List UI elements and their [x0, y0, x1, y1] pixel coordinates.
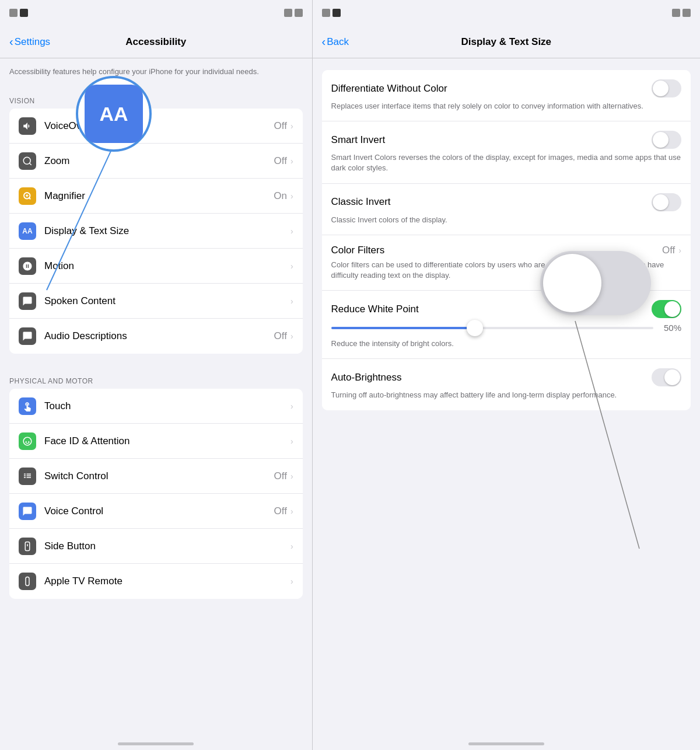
- spoken-content-icon: [19, 292, 36, 310]
- zoom-icon: [19, 152, 36, 170]
- classic-invert-toggle-thumb: [653, 194, 668, 210]
- magnifier-item[interactable]: Magnifier On ›: [9, 179, 303, 214]
- physical-motor-list-group: Touch › Face ID & Attention › Switch Con…: [9, 389, 303, 599]
- motion-label: Motion: [44, 260, 290, 272]
- audio-descriptions-chevron-icon: ›: [290, 332, 293, 341]
- color-filters-label: Color Filters: [331, 245, 385, 256]
- switch-control-item[interactable]: Switch Control Off ›: [9, 459, 303, 494]
- right-status-bar: [313, 0, 700, 26]
- side-button-item[interactable]: Side Button ›: [9, 529, 303, 564]
- touch-chevron-icon: ›: [290, 402, 293, 411]
- left-content: Accessibility features help configure yo…: [0, 58, 312, 599]
- aa-inner-box: AA: [85, 85, 143, 143]
- status-sq1: [9, 9, 18, 17]
- voice-control-item[interactable]: Voice Control Off ›: [9, 494, 303, 529]
- apple-tv-remote-item[interactable]: Apple TV Remote ›: [9, 564, 303, 599]
- right-status-sq4: [682, 9, 691, 17]
- toggle-zoom-overlay: [540, 251, 651, 315]
- magnifier-icon: [19, 187, 36, 205]
- right-back-button[interactable]: ‹ Back: [322, 35, 349, 48]
- face-id-icon: [19, 432, 36, 450]
- touch-item[interactable]: Touch ›: [9, 389, 303, 424]
- side-button-label: Side Button: [44, 540, 290, 552]
- magnifier-label: Magnifier: [44, 190, 274, 202]
- audio-descriptions-value: Off: [274, 330, 287, 342]
- audio-descriptions-item[interactable]: Audio Descriptions Off ›: [9, 319, 303, 354]
- voiceover-icon: [19, 117, 36, 135]
- smart-invert-row: Smart Invert: [331, 131, 681, 149]
- spoken-content-chevron-icon: ›: [290, 296, 293, 306]
- right-status-right: [672, 9, 691, 17]
- display-text-size-chevron-icon: ›: [290, 226, 293, 236]
- auto-brightness-toggle[interactable]: [652, 368, 681, 386]
- right-back-label[interactable]: Back: [327, 36, 349, 48]
- voice-control-label: Voice Control: [44, 505, 274, 517]
- reduce-white-point-toggle[interactable]: [652, 300, 681, 318]
- apple-tv-remote-label: Apple TV Remote: [44, 575, 290, 587]
- right-scroll-content: Differentiate Without Color Replaces use…: [313, 58, 700, 730]
- reduce-white-point-desc: Reduce the intensity of bright colors.: [331, 339, 681, 349]
- slider-thumb[interactable]: [467, 320, 483, 336]
- zoom-item[interactable]: Zoom Off ›: [9, 144, 303, 179]
- right-nav-bar: ‹ Back Display & Text Size: [313, 26, 700, 58]
- motion-item[interactable]: Motion ›: [9, 249, 303, 284]
- color-filters-value: Off: [662, 245, 675, 256]
- differentiate-toggle-thumb: [653, 81, 668, 96]
- classic-invert-item: Classic Invert Classic Invert colors of …: [322, 184, 691, 235]
- left-back-label[interactable]: Settings: [15, 36, 50, 48]
- voiceover-chevron-icon: ›: [290, 121, 293, 131]
- left-nav-title: Accessibility: [125, 36, 186, 48]
- voiceover-value: Off: [274, 120, 287, 132]
- display-text-size-icon: AA: [19, 222, 36, 240]
- accessibility-description-text: Accessibility features help configure yo…: [9, 67, 259, 76]
- aa-circle: AA: [76, 76, 152, 152]
- toggle-zoom-thumb: [543, 254, 601, 312]
- voiceover-item[interactable]: VoiceOver Off ›: [9, 109, 303, 144]
- right-status-sq1: [322, 9, 330, 17]
- classic-invert-toggle[interactable]: [652, 193, 681, 211]
- physical-motor-section-header: PHYSICAL AND MOTOR: [0, 365, 312, 389]
- left-home-indicator: [118, 742, 194, 745]
- vision-list-group: VoiceOver Off › Zoom Off › Magni: [9, 109, 303, 354]
- right-nav-title: Display & Text Size: [461, 36, 551, 48]
- svg-line-3: [29, 197, 30, 199]
- status-sq2: [20, 9, 28, 17]
- audio-descriptions-label: Audio Descriptions: [44, 330, 274, 342]
- voice-control-chevron-icon: ›: [290, 507, 293, 516]
- right-status-sq2: [332, 9, 341, 17]
- classic-invert-row: Classic Invert: [331, 193, 681, 211]
- svg-rect-8: [26, 577, 29, 586]
- spoken-content-item[interactable]: Spoken Content ›: [9, 284, 303, 319]
- zoom-value: Off: [274, 155, 287, 167]
- face-id-chevron-icon: ›: [290, 437, 293, 446]
- right-status-left: [322, 9, 341, 17]
- svg-line-1: [29, 163, 31, 165]
- side-button-icon: [19, 538, 36, 555]
- switch-control-value: Off: [274, 470, 287, 482]
- display-text-size-item[interactable]: AA Display & Text Size ›: [9, 214, 303, 249]
- smart-invert-toggle[interactable]: [652, 131, 681, 149]
- differentiate-toggle[interactable]: [652, 79, 681, 97]
- audio-descriptions-icon: [19, 327, 36, 345]
- right-back-chevron-icon: ‹: [322, 35, 326, 48]
- reduce-white-point-label: Reduce White Point: [331, 304, 419, 315]
- smart-invert-desc: Smart Invert Colors reverses the colors …: [331, 152, 681, 173]
- switch-control-icon: [19, 468, 36, 485]
- right-top-spacer: [313, 58, 700, 70]
- auto-brightness-toggle-thumb: [664, 369, 680, 385]
- apple-tv-remote-chevron-icon: ›: [290, 577, 293, 586]
- status-left: [9, 9, 28, 17]
- voice-control-value: Off: [274, 505, 287, 517]
- magnifier-value: On: [274, 190, 287, 202]
- left-back-button[interactable]: ‹ Settings: [9, 35, 50, 48]
- display-text-size-label: Display & Text Size: [44, 225, 290, 237]
- right-status-sq3: [672, 9, 680, 17]
- side-button-chevron-icon: ›: [290, 542, 293, 551]
- right-home-indicator: [468, 742, 544, 745]
- vision-section-header: VISION: [0, 85, 312, 109]
- zoom-label: Zoom: [44, 155, 274, 167]
- face-id-item[interactable]: Face ID & Attention ›: [9, 424, 303, 459]
- left-scroll-content: Accessibility features help configure yo…: [0, 58, 312, 730]
- reduce-white-point-slider-track[interactable]: [331, 327, 653, 329]
- classic-invert-desc: Classic Invert colors of the display.: [331, 215, 681, 225]
